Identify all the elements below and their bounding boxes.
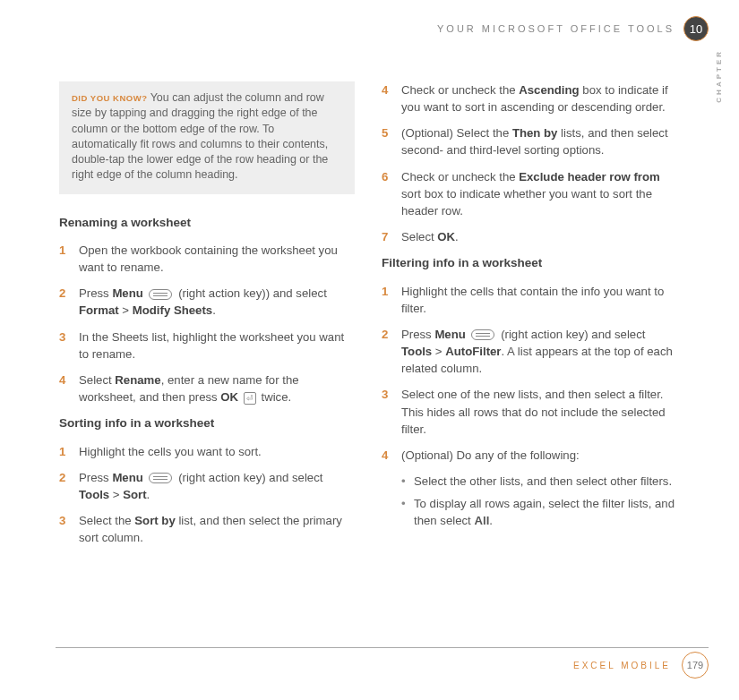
right-column: 4Check or uncheck the Ascending box to i… [382, 81, 677, 555]
left-column: DID YOU KNOW? You can adjust the column … [59, 81, 355, 555]
menu-key-icon [471, 329, 494, 340]
step: 1Open the workbook containing the worksh… [59, 242, 355, 276]
step-text: (Optional) Select the Then by lists, and… [401, 124, 677, 158]
step-text: Select OK. [401, 228, 677, 245]
step: 5(Optional) Select the Then by lists, an… [382, 124, 677, 158]
bullet-dot-icon: • [401, 473, 414, 490]
step-text: Select Rename, enter a new name for the … [79, 371, 355, 405]
step: 2Press Menu (right action key)) and sele… [59, 285, 355, 319]
footer-label: EXCEL MOBILE [573, 661, 671, 670]
heading-renaming: Renaming a worksheet [59, 214, 355, 232]
step: 3Select one of the new lists, and then s… [382, 386, 677, 437]
step: 3In the Sheets list, highlight the works… [59, 329, 355, 363]
tip-body: You can adjust the column and row size b… [72, 91, 328, 181]
step-text: In the Sheets list, highlight the worksh… [79, 329, 355, 363]
step: 3Select the Sort by list, and then selec… [59, 512, 355, 546]
page-footer: EXCEL MOBILE 179 [573, 652, 709, 679]
step-number: 7 [382, 228, 401, 245]
menu-key-icon [149, 289, 172, 300]
step: 4Check or uncheck the Ascending box to i… [382, 81, 677, 115]
step-text: Check or uncheck the Ascending box to in… [401, 81, 677, 115]
step-text: (Optional) Do any of the following: [401, 447, 677, 464]
step-number: 4 [382, 81, 401, 115]
step-text: Highlight the cells you want to sort. [79, 443, 355, 460]
step-text: Select one of the new lists, and then se… [401, 386, 677, 437]
footer-rule [56, 647, 709, 648]
step: 1Highlight the cells you want to sort. [59, 443, 355, 460]
tip-title: DID YOU KNOW? [72, 93, 147, 103]
ok-key-icon: ⏎ [244, 392, 256, 405]
step-number: 4 [382, 447, 401, 464]
chapter-side-label: CHAPTER [715, 49, 723, 103]
bullet-item: •To display all rows again, select the f… [401, 495, 677, 529]
section-title: YOUR MICROSOFT OFFICE TOOLS [437, 23, 675, 34]
step-text: Select the Sort by list, and then select… [79, 512, 355, 546]
step-number: 5 [382, 124, 401, 158]
bullet-text: To display all rows again, select the fi… [414, 495, 677, 529]
step: 6Check or uncheck the Exclude header row… [382, 168, 677, 219]
bullet-text: Select the other lists, and then select … [414, 473, 672, 490]
step-number: 2 [382, 326, 401, 377]
content-columns: DID YOU KNOW? You can adjust the column … [0, 41, 739, 555]
step-number: 3 [59, 512, 79, 546]
did-you-know-box: DID YOU KNOW? You can adjust the column … [59, 81, 355, 194]
page-number-badge: 179 [682, 652, 709, 679]
heading-filtering: Filtering info in a worksheet [382, 254, 677, 272]
step-number: 2 [59, 469, 79, 503]
step-number: 4 [59, 371, 79, 405]
step-number: 1 [59, 242, 79, 276]
heading-sorting: Sorting info in a worksheet [59, 414, 355, 432]
bullet-item: •Select the other lists, and then select… [401, 473, 677, 490]
bullet-dot-icon: • [401, 495, 414, 529]
step-number: 6 [382, 168, 401, 219]
step-number: 1 [59, 443, 79, 460]
chapter-number-badge: 10 [683, 16, 709, 41]
step-text: Press Menu (right action key)) and selec… [79, 285, 355, 319]
step: 7Select OK. [382, 228, 677, 245]
step-number: 3 [382, 386, 401, 437]
step: 2Press Menu (right action key) and selec… [59, 469, 355, 503]
step-number: 3 [59, 329, 79, 363]
step: 4Select Rename, enter a new name for the… [59, 371, 355, 405]
step-text: Check or uncheck the Exclude header row … [401, 168, 677, 219]
step-text: Press Menu (right action key) and select… [79, 469, 355, 503]
step-number: 1 [382, 283, 401, 317]
menu-key-icon [149, 473, 172, 483]
step-number: 2 [59, 285, 79, 319]
step-text: Highlight the cells that contain the inf… [401, 283, 677, 317]
step: 2Press Menu (right action key) and selec… [382, 326, 677, 377]
step: 4(Optional) Do any of the following: [382, 447, 677, 464]
step-text: Open the workbook containing the workshe… [79, 242, 355, 276]
page-header: YOUR MICROSOFT OFFICE TOOLS 10 [0, 0, 739, 41]
step: 1Highlight the cells that contain the in… [382, 283, 677, 317]
step-text: Press Menu (right action key) and select… [401, 326, 677, 377]
